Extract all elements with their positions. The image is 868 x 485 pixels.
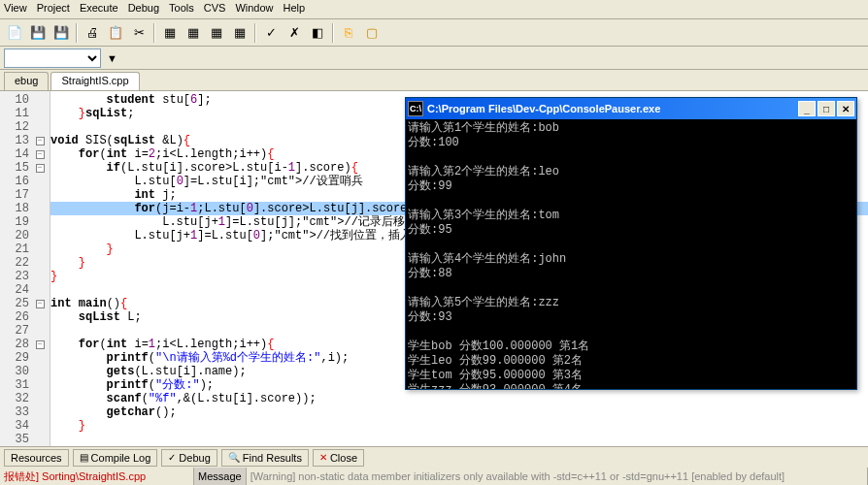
- console-window[interactable]: C:\ C:\Program Files\Dev-Cpp\ConsolePaus…: [405, 97, 857, 390]
- gutter: 10111213−14−15−16171819202122232425−2627…: [0, 91, 50, 460]
- run-icon[interactable]: ▦: [183, 22, 204, 44]
- menu-bar: View Project Execute Debug Tools CVS Win…: [0, 0, 868, 19]
- toolbar-2: ▼: [0, 47, 868, 70]
- message-file: 报错处] Sorting\StraightIS.cpp: [0, 468, 194, 485]
- console-output: 请输入第1个学生的姓名:bob分数:100 请输入第2个学生的姓名:leo分数:…: [406, 119, 856, 389]
- menu-execute[interactable]: Execute: [80, 2, 118, 16]
- tab-debug-bottom[interactable]: ✓Debug: [161, 449, 217, 467]
- goto-icon[interactable]: ▢: [361, 22, 383, 44]
- menu-cvs[interactable]: CVS: [204, 2, 226, 16]
- code-line-34[interactable]: }: [50, 419, 868, 433]
- compile-run-icon[interactable]: ▦: [206, 22, 227, 44]
- function-combo[interactable]: [4, 48, 101, 68]
- print-icon[interactable]: 🖨: [82, 22, 103, 44]
- console-title-text: C:\Program Files\Dev-Cpp\ConsolePauser.e…: [427, 103, 660, 114]
- bottom-tabs: Resources ▤Compile Log ✓Debug 🔍Find Resu…: [0, 446, 868, 468]
- debug-icon[interactable]: ✓: [260, 22, 282, 44]
- minimize-button[interactable]: _: [798, 101, 816, 116]
- profile-icon[interactable]: ◧: [307, 22, 328, 44]
- tab-compile-log[interactable]: ▤Compile Log: [73, 449, 158, 467]
- new-file-icon[interactable]: 📄: [4, 22, 25, 44]
- compile-icon[interactable]: ▦: [159, 22, 181, 44]
- console-titlebar[interactable]: C:\ C:\Program Files\Dev-Cpp\ConsolePaus…: [406, 98, 856, 119]
- tab-resources[interactable]: Resources: [4, 449, 69, 467]
- console-icon: C:\: [408, 101, 423, 116]
- message-bar: 报错处] Sorting\StraightIS.cpp Message [War…: [0, 468, 868, 485]
- tab-find-results[interactable]: 🔍Find Results: [221, 449, 309, 467]
- close-button[interactable]: ✕: [837, 101, 854, 116]
- maximize-button[interactable]: □: [818, 101, 835, 116]
- toolbar: 📄 💾 💾 🖨 📋 ✂ ▦ ▦ ▦ ▦ ✓ ✗ ◧ ⎘ ▢: [0, 19, 868, 47]
- stop-icon[interactable]: ✗: [284, 22, 305, 44]
- page-icon[interactable]: 📋: [105, 22, 126, 44]
- tab-straightis[interactable]: StraightIS.cpp: [50, 72, 139, 90]
- save-icon[interactable]: 💾: [27, 22, 49, 44]
- tab-debug-partial[interactable]: ebug: [4, 72, 49, 90]
- code-line-32[interactable]: scanf("%f",&(L.stu[i].score));: [50, 392, 868, 405]
- menu-debug[interactable]: Debug: [128, 2, 159, 16]
- rebuild-icon[interactable]: ▦: [229, 22, 250, 44]
- tab-bar: ebug StraightIS.cpp: [0, 70, 868, 91]
- save-all-icon[interactable]: 💾: [50, 22, 72, 44]
- code-line-33[interactable]: getchar();: [50, 405, 868, 419]
- menu-project[interactable]: Project: [37, 2, 70, 16]
- message-header: Message: [194, 468, 247, 485]
- menu-tools[interactable]: Tools: [169, 2, 194, 16]
- tab-close[interactable]: ✕Close: [313, 449, 364, 467]
- menu-window[interactable]: Window: [235, 2, 273, 16]
- message-text: [Warning] non-static data member initial…: [247, 468, 868, 485]
- menu-help[interactable]: Help: [284, 2, 306, 16]
- cut-icon[interactable]: ✂: [128, 22, 150, 44]
- code-line-35[interactable]: [50, 433, 868, 446]
- menu-view[interactable]: View: [4, 2, 27, 16]
- exit-icon[interactable]: ⎘: [338, 22, 359, 44]
